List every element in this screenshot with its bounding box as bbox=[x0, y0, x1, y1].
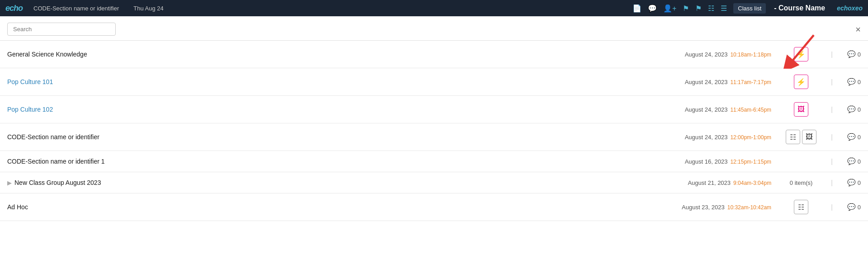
icon-group: ☷🖼 bbox=[786, 130, 816, 144]
time-label: 11:17am-7:17pm bbox=[730, 79, 771, 85]
date-cell: August 24, 202310:18am-1:18pm bbox=[670, 41, 778, 68]
comment-cell: 💬0 bbox=[840, 172, 868, 193]
menu-icon[interactable]: ☰ bbox=[721, 4, 727, 13]
lightning-icon[interactable]: ⚡ bbox=[794, 47, 808, 61]
comment-icon[interactable]: 💬 bbox=[847, 133, 856, 141]
comment-cell: 💬0 bbox=[840, 41, 868, 68]
items-badge: 0 item(s) bbox=[790, 179, 813, 186]
time-label: 12:00pm-1:00pm bbox=[730, 134, 771, 141]
add-user-icon[interactable]: 👤+ bbox=[663, 4, 676, 13]
class-name-label: CODE-Section name or identifier bbox=[7, 133, 99, 141]
date-label: August 24, 2023 bbox=[685, 106, 728, 113]
divider: | bbox=[824, 123, 840, 151]
comment-count: 0 bbox=[858, 51, 861, 58]
grid-icon[interactable]: ☷ bbox=[786, 130, 800, 144]
comment-icon[interactable]: 💬 bbox=[847, 179, 856, 187]
time-label: 12:15pm-1:15pm bbox=[730, 159, 771, 165]
bookmark-icon[interactable]: ⚑ bbox=[683, 4, 689, 13]
icon-group: ⚡ bbox=[786, 75, 816, 89]
comment-icon[interactable]: 💬 bbox=[847, 203, 856, 211]
table-row: Ad HocAugust 23, 202310:32am-10:42am☷|💬0 bbox=[0, 193, 868, 221]
icon-cell: ⚡ bbox=[778, 41, 824, 68]
date-label: August 16, 2023 bbox=[685, 158, 728, 165]
comment-cell: 💬0 bbox=[840, 193, 868, 221]
divider: | bbox=[824, 193, 840, 221]
flag-icon[interactable]: ⚑ bbox=[695, 4, 702, 13]
date-label: August 24, 2023 bbox=[685, 134, 728, 141]
comment-icon[interactable]: 💬 bbox=[847, 105, 856, 113]
date-label: August 24, 2023 bbox=[685, 51, 728, 58]
top-navigation: echo CODE-Section name or identifier Thu… bbox=[0, 0, 868, 16]
comment-cell: 💬0 bbox=[840, 123, 868, 151]
table-row: CODE-Section name or identifierAugust 24… bbox=[0, 123, 868, 151]
class-name-cell: General Science Knowledge bbox=[0, 41, 670, 68]
date-label: August 24, 2023 bbox=[685, 79, 728, 85]
date-cell: August 23, 202310:32am-10:42am bbox=[670, 193, 778, 221]
icon-group: ☷ bbox=[786, 200, 816, 214]
echoxeo-brand: echoxeo bbox=[837, 5, 863, 12]
date-cell: August 24, 202311:45am-6:45pm bbox=[670, 96, 778, 123]
grid-icon[interactable]: ☷ bbox=[794, 200, 808, 214]
search-input[interactable] bbox=[7, 23, 116, 36]
table-row: Pop Culture 101August 24, 202311:17am-7:… bbox=[0, 68, 868, 96]
course-name-label: - Course Name bbox=[774, 4, 825, 12]
comment-icon[interactable]: 💬 bbox=[847, 78, 856, 86]
group-name-label: New Class Group August 2023 bbox=[14, 179, 101, 186]
comment-icon[interactable]: 💬 bbox=[847, 50, 856, 58]
divider: | bbox=[824, 151, 840, 172]
date-cell: August 24, 202311:17am-7:17pm bbox=[670, 68, 778, 96]
time-label: 11:45am-6:45pm bbox=[730, 107, 771, 113]
class-name-cell: Ad Hoc bbox=[0, 193, 670, 221]
comment-cell: 💬0 bbox=[840, 68, 868, 96]
comment-count: 0 bbox=[858, 106, 861, 113]
comment-cell: 💬0 bbox=[840, 96, 868, 123]
table-row: ▶New Class Group August 2023August 21, 2… bbox=[0, 172, 868, 193]
nav-date: Thu Aug 24 bbox=[133, 5, 164, 12]
divider: | bbox=[824, 96, 840, 123]
document-icon[interactable]: 📄 bbox=[632, 4, 642, 13]
logo-area: echo bbox=[5, 4, 23, 13]
nav-right: 📄 💬 👤+ ⚑ ⚑ ☷ ☰ Class list - Course Name … bbox=[632, 3, 863, 14]
comment-cell: 💬0 bbox=[840, 151, 868, 172]
class-name-label: CODE-Section name or identifier 1 bbox=[7, 158, 105, 165]
chevron-right-icon[interactable]: ▶ bbox=[7, 179, 12, 186]
icon-group: 🖼 bbox=[786, 102, 816, 117]
table-row: General Science KnowledgeAugust 24, 2023… bbox=[0, 41, 868, 68]
class-name-label[interactable]: Pop Culture 101 bbox=[7, 78, 53, 85]
class-table: General Science KnowledgeAugust 24, 2023… bbox=[0, 41, 868, 221]
date-cell: August 24, 202312:00pm-1:00pm bbox=[670, 123, 778, 151]
date-cell: August 16, 202312:15pm-1:15pm bbox=[670, 151, 778, 172]
chat-icon[interactable]: 💬 bbox=[648, 4, 657, 13]
comment-count: 0 bbox=[858, 204, 861, 211]
comment-icon[interactable]: 💬 bbox=[847, 157, 856, 165]
class-name-cell: Pop Culture 102 bbox=[0, 96, 670, 123]
lightning-icon[interactable]: ⚡ bbox=[794, 75, 808, 89]
icon-group: ⚡ bbox=[786, 47, 816, 61]
class-name-label[interactable]: Pop Culture 102 bbox=[7, 106, 53, 113]
divider: | bbox=[824, 68, 840, 96]
monitor-icon[interactable]: 🖼 bbox=[802, 130, 816, 144]
table-row: CODE-Section name or identifier 1August … bbox=[0, 151, 868, 172]
time-label: 10:32am-10:42am bbox=[727, 204, 771, 211]
layers-icon[interactable]: ☷ bbox=[708, 4, 714, 13]
date-label: August 23, 2023 bbox=[682, 204, 725, 211]
time-label: 10:18am-1:18pm bbox=[730, 52, 771, 58]
class-name-cell: Pop Culture 101 bbox=[0, 68, 670, 96]
class-name-label: Ad Hoc bbox=[7, 203, 28, 211]
date-label: August 21, 2023 bbox=[688, 179, 731, 186]
class-name-cell: CODE-Section name or identifier 1 bbox=[0, 151, 670, 172]
class-name-label: General Science Knowledge bbox=[7, 51, 87, 58]
nav-title: CODE-Section name or identifier bbox=[33, 5, 119, 12]
class-list-button[interactable]: Class list bbox=[733, 3, 766, 14]
class-name-cell: ▶New Class Group August 2023 bbox=[0, 172, 670, 193]
table-row: Pop Culture 102August 24, 202311:45am-6:… bbox=[0, 96, 868, 123]
comment-count: 0 bbox=[858, 79, 861, 85]
divider: | bbox=[824, 41, 840, 68]
logo: echo bbox=[5, 4, 23, 13]
main-content: × General Science KnowledgeAugust 24, 20… bbox=[0, 16, 868, 221]
monitor-icon[interactable]: 🖼 bbox=[794, 102, 808, 117]
icon-cell: ⚡ bbox=[778, 68, 824, 96]
close-button[interactable]: × bbox=[855, 25, 861, 34]
icon-cell bbox=[778, 151, 824, 172]
search-row: × bbox=[0, 16, 868, 41]
